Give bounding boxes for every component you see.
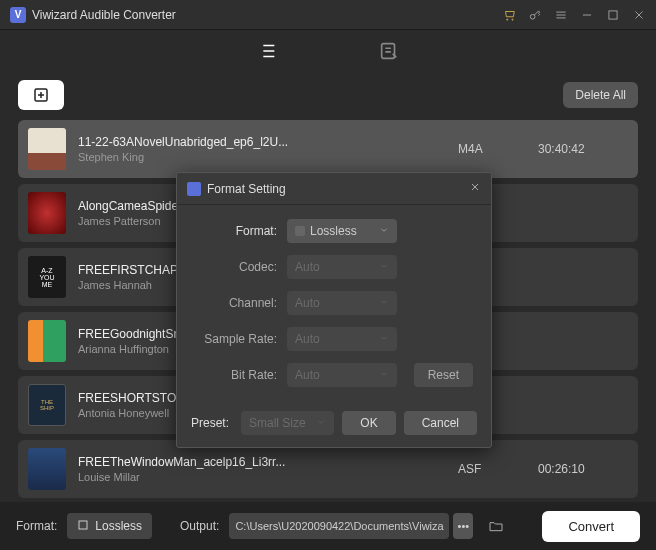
chevron-down-icon: [379, 260, 389, 274]
chevron-down-icon: [379, 296, 389, 310]
format-field-label: Format:: [195, 224, 287, 238]
bitrate-select: Auto: [287, 363, 397, 387]
preset-select[interactable]: Small Size: [241, 411, 334, 435]
dialog-logo-icon: [187, 182, 201, 196]
chevron-down-icon: [379, 368, 389, 382]
dialog-close-button[interactable]: [469, 181, 481, 196]
samplerate-select: Auto: [287, 327, 397, 351]
ok-button[interactable]: OK: [342, 411, 395, 435]
lossless-icon: [295, 226, 305, 236]
reset-button[interactable]: Reset: [414, 363, 473, 387]
chevron-down-icon: [316, 416, 326, 430]
preset-label: Preset:: [191, 416, 229, 430]
codec-field-label: Codec:: [195, 260, 287, 274]
chevron-down-icon: [379, 224, 389, 238]
channel-field-label: Channel:: [195, 296, 287, 310]
codec-select: Auto: [287, 255, 397, 279]
channel-select: Auto: [287, 291, 397, 315]
chevron-down-icon: [379, 332, 389, 346]
samplerate-field-label: Sample Rate:: [195, 332, 287, 346]
dialog-title: Format Setting: [207, 182, 469, 196]
modal-overlay: Format Setting Format: Lossless Codec: A…: [0, 0, 656, 550]
bitrate-field-label: Bit Rate:: [195, 368, 287, 382]
cancel-button[interactable]: Cancel: [404, 411, 477, 435]
format-setting-dialog: Format Setting Format: Lossless Codec: A…: [176, 172, 492, 448]
format-select[interactable]: Lossless: [287, 219, 397, 243]
